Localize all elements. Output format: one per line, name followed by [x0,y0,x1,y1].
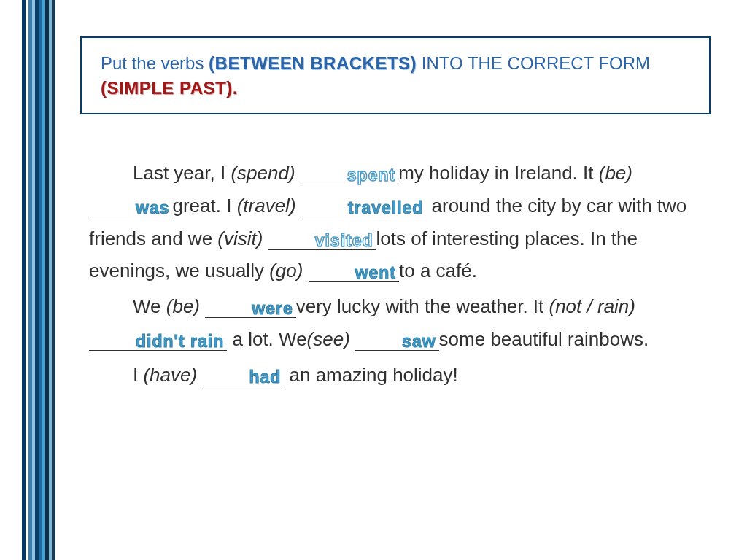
answer-text: had [249,368,281,386]
exercise-text: great. I [172,195,236,217]
exercise-text: We [133,295,166,317]
exercise-body: Last year, I (spend) spentmy holiday in … [80,157,711,391]
slide-content: Put the verbs (BETWEEN BRACKETS) INTO TH… [80,36,711,394]
answer-blank: were [205,297,295,318]
instruction-brackets: (BETWEEN BRACKETS) [209,53,417,73]
answer-blank: was [89,196,172,217]
exercise-text: some beautiful rainbows. [439,328,649,350]
instruction-box: Put the verbs (BETWEEN BRACKETS) INTO TH… [80,36,711,114]
decorative-stripe-bar [22,0,55,560]
answer-blank: didn't rain [89,330,227,351]
answer-blank: spent [301,163,398,184]
exercise-paragraph: We (be) werevery lucky with the weather.… [89,290,702,355]
instruction-middle: INTO THE CORRECT FORM [422,53,650,73]
instruction-prefix: Put the verbs [101,53,209,73]
verb-hint: (spend) [231,162,295,184]
answer-text: visited [315,231,374,250]
verb-hint: (not / rain) [549,295,636,317]
exercise-text: a lot. We [227,328,306,350]
answer-text: went [355,263,396,282]
verb-hint: (visit) [217,228,263,249]
answer-text: was [136,198,169,217]
exercise-text: very lucky with the weather. It [296,295,549,317]
answer-blank: travelled [301,196,427,217]
exercise-text: I [133,364,143,386]
verb-hint: (go) [269,260,303,281]
answer-text: spent [347,166,395,184]
answer-blank: saw [355,330,438,351]
verb-hint: (see) [307,328,350,350]
verb-hint: (be) [599,162,632,184]
exercise-paragraph: I (have) had an amazing holiday! [89,359,702,392]
exercise-text: to a café. [399,260,477,281]
answer-blank: had [202,365,284,386]
verb-hint: (be) [166,295,200,317]
verb-hint: (have) [143,364,197,386]
answer-text: didn't rain [136,332,224,351]
verb-hint: (travel) [237,195,296,217]
answer-text: travelled [348,198,424,217]
exercise-text: Last year, I [133,162,231,184]
answer-blank: visited [268,229,376,250]
exercise-text: an amazing holiday! [284,364,457,386]
answer-text: were [252,299,293,318]
answer-blank: went [309,261,399,282]
answer-text: saw [402,332,436,351]
exercise-paragraph: Last year, I (spend) spentmy holiday in … [89,157,702,287]
instruction-simple-past: (SIMPLE PAST). [101,78,238,98]
exercise-text: my holiday in Ireland. It [398,162,599,184]
